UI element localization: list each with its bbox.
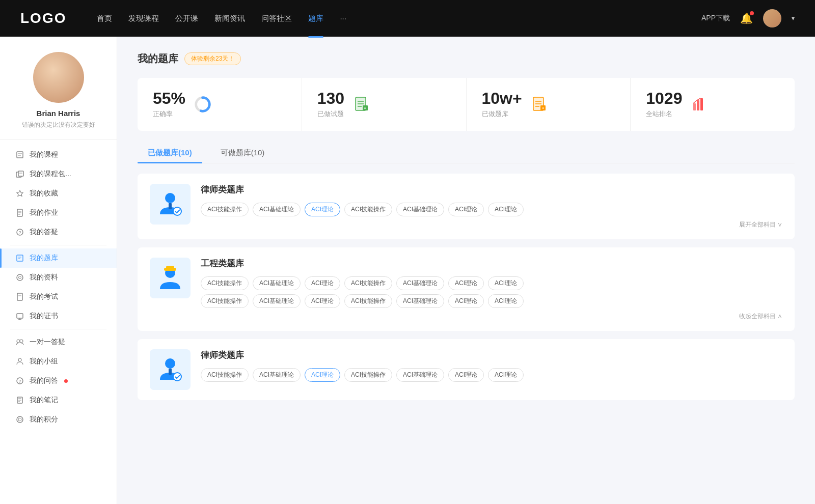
sidebar-item-course-pack[interactable]: 我的课程包... [0, 164, 117, 184]
tag[interactable]: ACI理论 [488, 276, 524, 290]
sidebar-item-notes[interactable]: 我的笔记 [0, 390, 117, 410]
sidebar-item-homework[interactable]: 我的作业 [0, 203, 117, 222]
tag[interactable]: ACI理论 [488, 368, 524, 382]
svg-rect-52 [700, 98, 703, 110]
tags-row-lawyer-1: ACI技能操作 ACI基础理论 ACI理论 ACI技能操作 ACI基础理论 AC… [201, 203, 782, 216]
nav-more[interactable]: ··· [340, 12, 346, 25]
tag-active[interactable]: ACI理论 [305, 368, 340, 382]
tag[interactable]: ACI理论 [448, 294, 484, 308]
tag[interactable]: ACI技能操作 [344, 294, 392, 308]
tag[interactable]: ACI基础理论 [253, 294, 301, 308]
nav-courses[interactable]: 发现课程 [128, 12, 159, 25]
resource-icon [15, 273, 24, 282]
tag[interactable]: ACI技能操作 [201, 276, 249, 290]
sidebar-item-label: 我的证书 [30, 312, 58, 321]
nav-news[interactable]: 新闻资讯 [214, 12, 245, 25]
tag[interactable]: ACI基础理论 [253, 203, 301, 216]
page-title: 我的题库 [138, 52, 178, 66]
pie-chart-icon [194, 95, 212, 114]
nav-qbank[interactable]: 题库 [308, 12, 323, 25]
tag[interactable]: ACI基础理论 [396, 368, 444, 382]
main-layout: Brian Harris 错误的决定比没有决定要好 我的课程 我的课程包... [0, 37, 815, 504]
sidebar-item-label: 我的小组 [30, 357, 58, 366]
navbar: LOGO 首页 发现课程 公开课 新闻资讯 问答社区 题库 ··· APP下载 … [0, 0, 815, 37]
nav-open-course[interactable]: 公开课 [175, 12, 198, 25]
sidebar-item-questions[interactable]: ? 我的问答 [0, 371, 117, 390]
collapse-link-engineer[interactable]: 收起全部科目 ∧ [201, 312, 782, 321]
sidebar-item-label: 我的课程包... [30, 170, 71, 179]
page-header: 我的题库 体验剩余23天！ [138, 52, 795, 66]
svg-rect-60 [169, 369, 172, 375]
sidebar: Brian Harris 错误的决定比没有决定要好 我的课程 我的课程包... [0, 37, 117, 504]
sidebar-item-points[interactable]: 我的积分 [0, 410, 117, 429]
tag[interactable]: ACI基础理论 [396, 276, 444, 290]
nav-qa[interactable]: 问答社区 [261, 12, 292, 25]
sidebar-item-resource[interactable]: 我的资料 [0, 268, 117, 287]
tag[interactable]: ACI理论 [488, 294, 524, 308]
sidebar-item-qa[interactable]: ? 我的答疑 [0, 222, 117, 242]
stat-text-rank: 1029 全站排名 [646, 90, 682, 119]
sidebar-item-label: 我的题库 [30, 254, 58, 263]
qbank-icon-lawyer-2 [150, 349, 191, 390]
tab-done[interactable]: 已做题库(10) [138, 143, 202, 163]
sidebar-item-cert[interactable]: 我的证书 [0, 306, 117, 326]
tag[interactable]: ACI技能操作 [201, 294, 249, 308]
stat-done-banks: 10w+ 已做题库 ≡ [467, 78, 631, 131]
tag[interactable]: ACI技能操作 [344, 368, 392, 382]
tag[interactable]: ACI技能操作 [344, 276, 392, 290]
svg-rect-0 [17, 152, 23, 158]
cert-icon [15, 312, 24, 321]
qa-icon: ? [15, 228, 24, 237]
tag[interactable]: ACI技能操作 [201, 368, 249, 382]
profile-motto: 错误的决定比没有决定要好 [10, 121, 106, 129]
tab-available[interactable]: 可做题库(10) [210, 143, 275, 163]
points-icon [15, 415, 24, 424]
tag[interactable]: ACI基础理论 [253, 276, 301, 290]
svg-point-16 [17, 274, 23, 281]
stat-label-done: 已做试题 [317, 109, 344, 119]
svg-rect-58 [166, 266, 174, 269]
app-download-button[interactable]: APP下载 [701, 14, 730, 23]
doc-green-icon: ≡ [352, 95, 371, 114]
sidebar-item-one-one[interactable]: 一对一答疑 [0, 332, 117, 352]
tag[interactable]: ACI理论 [448, 368, 484, 382]
logo[interactable]: LOGO [20, 10, 66, 26]
sidebar-item-group[interactable]: 我的小组 [0, 352, 117, 371]
avatar-image [763, 9, 781, 27]
sidebar-item-label: 我的积分 [30, 415, 58, 424]
sidebar-item-my-course[interactable]: 我的课程 [0, 145, 117, 164]
tag[interactable]: ACI基础理论 [253, 368, 301, 382]
tags-row-engineer-1: ACI技能操作 ACI基础理论 ACI理论 ACI技能操作 ACI基础理论 AC… [201, 276, 782, 290]
tag[interactable]: ACI理论 [488, 203, 524, 216]
stat-text-accuracy: 55% 正确率 [153, 90, 185, 119]
tag[interactable]: ACI技能操作 [201, 203, 249, 216]
qbank-card-lawyer-2: 律师类题库 ACI技能操作 ACI基础理论 ACI理论 ACI技能操作 ACI基… [138, 339, 795, 400]
tag[interactable]: ACI基础理论 [396, 203, 444, 216]
tag[interactable]: ACI理论 [448, 276, 484, 290]
svg-text:?: ? [18, 379, 21, 384]
tag-active[interactable]: ACI理论 [305, 203, 340, 216]
expand-link-lawyer-1[interactable]: 展开全部科目 ∨ [201, 220, 782, 229]
avatar[interactable] [763, 9, 781, 27]
sidebar-item-exam[interactable]: 我的考试 [0, 287, 117, 306]
tags-row-engineer-2: ACI技能操作 ACI基础理论 ACI理论 ACI技能操作 ACI基础理论 AC… [201, 294, 782, 308]
svg-point-25 [18, 358, 21, 361]
tag[interactable]: ACI理论 [305, 276, 340, 290]
sidebar-item-qbank[interactable]: 我的题库 [0, 248, 117, 268]
notification-bell[interactable]: 🔔 [740, 12, 753, 24]
qbank-icon-engineer [150, 258, 191, 298]
stat-value-accuracy: 55% [153, 90, 185, 106]
exam-icon [15, 292, 24, 301]
chevron-down-icon[interactable]: ▾ [792, 15, 795, 22]
sidebar-item-favorites[interactable]: 我的收藏 [0, 184, 117, 203]
sidebar-item-label: 我的考试 [30, 292, 58, 301]
nav-home[interactable]: 首页 [97, 12, 112, 25]
tag[interactable]: ACI基础理论 [396, 294, 444, 308]
course-pack-icon [15, 170, 24, 179]
stat-value-rank: 1029 [646, 90, 682, 106]
svg-text:≡: ≡ [542, 106, 544, 110]
tag[interactable]: ACI技能操作 [344, 203, 392, 216]
sidebar-item-label: 一对一答疑 [30, 338, 65, 347]
tag[interactable]: ACI理论 [448, 203, 484, 216]
tag[interactable]: ACI理论 [305, 294, 340, 308]
